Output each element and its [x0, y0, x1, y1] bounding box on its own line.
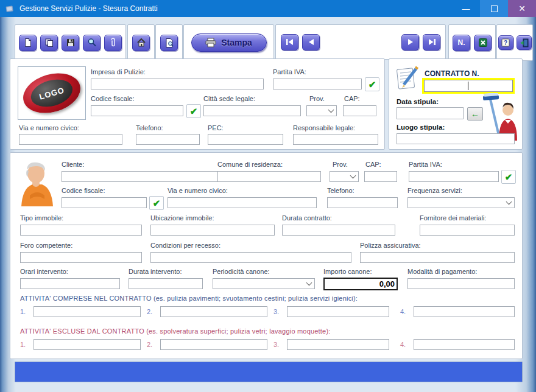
- company-telefono-input[interactable]: [136, 134, 200, 145]
- client-via-input[interactable]: [168, 197, 317, 208]
- ubicazione-input[interactable]: [150, 225, 275, 236]
- cliente-input[interactable]: [62, 171, 238, 182]
- toolbar-group-file: [15, 24, 126, 61]
- durata-intervento-input[interactable]: [129, 278, 203, 289]
- comune-input[interactable]: [217, 171, 321, 182]
- contratto-n-label: CONTRATTO N.: [425, 69, 479, 78]
- client-cap-input[interactable]: [364, 171, 397, 182]
- cliente-label: Cliente:: [62, 161, 84, 168]
- company-cap-input[interactable]: [343, 105, 376, 116]
- activities-excluded-heading: ATTIVITA' ESCLUSE DAL CONTRATTO (es. spo…: [20, 327, 331, 335]
- data-stipula-label: Data stipula:: [397, 98, 439, 105]
- comune-label: Comune di residenza:: [217, 161, 283, 168]
- client-prov-select[interactable]: [330, 171, 359, 182]
- contratto-n-input[interactable]: [424, 80, 513, 92]
- company-via-label: Via e numero civico:: [19, 124, 79, 131]
- title-bar: Gestione Servizi Pulizie - Stesura Contr…: [0, 0, 536, 17]
- excluded-activity-3-input[interactable]: [287, 339, 389, 350]
- included-activity-1-input[interactable]: [34, 306, 141, 317]
- next-record-icon: [407, 38, 414, 46]
- client-codice-fiscale-input[interactable]: [62, 197, 147, 208]
- durata-contratto-input[interactable]: [282, 225, 395, 236]
- included-activity-2-input[interactable]: [160, 306, 267, 317]
- importo-input[interactable]: [323, 278, 398, 290]
- client-photo: [18, 159, 57, 206]
- home-button[interactable]: [132, 35, 150, 51]
- search-button[interactable]: [83, 35, 100, 51]
- toolbar-group-print: Stampa: [183, 24, 274, 61]
- exit-button[interactable]: [517, 35, 532, 50]
- chevron-down-icon: [506, 199, 512, 205]
- periodicita-select[interactable]: [213, 278, 315, 289]
- frequenza-select[interactable]: [407, 197, 515, 208]
- client-piva-check-icon[interactable]: ✔: [501, 170, 516, 184]
- copy-record-button[interactable]: [40, 35, 58, 51]
- orari-label: Orari intervento:: [20, 268, 68, 275]
- previous-record-button[interactable]: [302, 34, 320, 51]
- company-pec-input[interactable]: [208, 134, 283, 145]
- company-partita-iva-input[interactable]: [273, 79, 362, 89]
- attachment-button[interactable]: [104, 35, 122, 51]
- tipo-immobile-input[interactable]: [20, 225, 142, 236]
- orari-input[interactable]: [20, 278, 120, 289]
- polizza-input[interactable]: [360, 252, 515, 263]
- citta-sede-legale-label: Città sede legale:: [203, 95, 255, 102]
- client-panel: Cliente: Comune di residenza: Prov. CAP:…: [10, 152, 523, 359]
- client-via-label: Via e numero civico:: [168, 187, 228, 194]
- company-logo: LOGO: [18, 66, 86, 120]
- responsabile-legale-input[interactable]: [293, 134, 378, 145]
- company-codice-fiscale-input[interactable]: [91, 105, 183, 116]
- recesso-input[interactable]: [150, 252, 351, 263]
- last-record-button[interactable]: [423, 34, 440, 51]
- maximize-button[interactable]: [480, 0, 508, 17]
- client-partita-iva-label: Partita IVA:: [409, 161, 442, 168]
- included-activity-4-input[interactable]: [414, 306, 515, 317]
- fornitore-input[interactable]: [420, 225, 515, 236]
- company-prov-label: Prov.: [309, 95, 325, 102]
- check-glyph: ✔: [505, 172, 513, 183]
- copy-icon: [44, 38, 54, 47]
- excluded-activity-4-input[interactable]: [414, 339, 515, 350]
- impresa-input[interactable]: [91, 79, 264, 89]
- excluded-activity-1-input[interactable]: [34, 339, 141, 350]
- check-glyph: ✔: [190, 106, 198, 117]
- close-button[interactable]: ✕: [508, 0, 536, 17]
- contratto-n-highlight: [422, 78, 515, 94]
- excel-export-button[interactable]: [474, 35, 492, 51]
- excluded-activity-2-input[interactable]: [160, 339, 267, 350]
- client-telefono-input[interactable]: [327, 197, 398, 208]
- logo-text: LOGO: [38, 85, 66, 101]
- save-icon: [66, 38, 76, 47]
- date-back-button[interactable]: ←: [467, 107, 483, 121]
- company-cf-check-icon[interactable]: ✔: [186, 104, 201, 118]
- company-piva-check-icon[interactable]: ✔: [365, 77, 379, 91]
- stampa-button[interactable]: Stampa: [191, 33, 267, 52]
- citta-sede-legale-input[interactable]: [203, 105, 301, 116]
- nav-left-buttons: [281, 34, 320, 51]
- luogo-stipula-input[interactable]: [397, 133, 515, 144]
- included-number-1: 1.: [20, 308, 26, 315]
- client-cf-check-icon[interactable]: ✔: [149, 196, 164, 210]
- company-prov-select[interactable]: [306, 105, 337, 116]
- first-record-button[interactable]: [281, 34, 298, 51]
- toolbar-group-home: [127, 24, 155, 61]
- client-partita-iva-input[interactable]: [409, 171, 499, 182]
- toolbar-group-tools: N.: [448, 24, 496, 61]
- save-button[interactable]: [62, 35, 79, 51]
- periodicita-label: Periodicità canone:: [213, 268, 270, 275]
- minimize-button[interactable]: —: [452, 0, 480, 17]
- window-title: Gestione Servizi Pulizie - Stesura Contr…: [19, 4, 158, 13]
- company-via-input[interactable]: [19, 134, 122, 145]
- included-activity-3-input[interactable]: [287, 306, 389, 317]
- modalita-input[interactable]: [407, 278, 515, 289]
- app-window: Gestione Servizi Pulizie - Stesura Contr…: [0, 0, 536, 392]
- new-record-button[interactable]: [19, 35, 37, 51]
- svg-text:?: ?: [504, 40, 507, 46]
- next-record-button[interactable]: [401, 34, 419, 51]
- data-stipula-input[interactable]: [397, 107, 464, 119]
- durata-intervento-label: Durata intervento:: [129, 268, 182, 275]
- foro-input[interactable]: [20, 252, 142, 263]
- print-preview-button[interactable]: [160, 35, 178, 51]
- help-button[interactable]: ?: [498, 35, 513, 50]
- numbering-button[interactable]: N.: [453, 35, 470, 51]
